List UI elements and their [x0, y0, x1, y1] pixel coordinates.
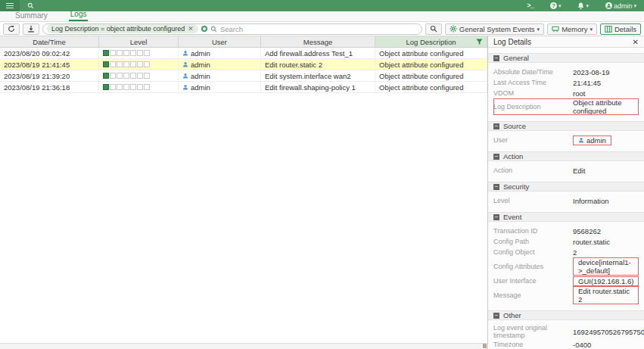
download-button[interactable] [23, 23, 39, 35]
field-log-description: Log Description Object attribute configu… [493, 98, 639, 115]
filter-pill-label: Log Description = object attribute confi… [51, 25, 185, 33]
level-bar [103, 83, 151, 92]
cell-datetime: 2023/08/19 21:36:18 [0, 82, 99, 92]
field-config-path: Config Path router.static [493, 236, 639, 247]
collapse-icon[interactable]: − [493, 184, 499, 190]
section-event: − Event [488, 212, 644, 222]
download-icon [27, 25, 35, 33]
cli-console-button[interactable]: >_ [527, 2, 534, 10]
search-icon [27, 2, 34, 9]
field-user-interface: User Interface GUI(192.168.1.6) [493, 276, 639, 286]
horizontal-scrollbar[interactable] [0, 343, 487, 349]
search-submit-button[interactable] [425, 23, 442, 35]
user-icon [182, 73, 188, 79]
event-type-label: General System Events [459, 25, 535, 33]
field-config-attributes: Config Attributes device[internal1->_def… [493, 257, 639, 276]
user-icon [578, 137, 584, 143]
user-value-annotated: admin [573, 136, 611, 145]
log-source-dropdown[interactable]: Memory ▾ [547, 23, 597, 35]
tab-logs[interactable]: Logs [69, 10, 89, 21]
search-icon [430, 25, 437, 33]
table-row[interactable]: 2023/08/19 21:39:20 admin Edit system.in… [0, 70, 487, 82]
field-log-event-timestamp: Log event original timestamp 16924957052… [493, 324, 639, 339]
field-timezone: Timezone -0400 [493, 339, 639, 349]
user-menu-label: admin [614, 2, 633, 10]
bell-icon [577, 2, 584, 10]
table-row[interactable]: 2023/08/20 09:02:42 admin Add firewall.a… [0, 48, 487, 59]
chevron-down-icon: ▾ [537, 26, 540, 32]
table-row[interactable]: 2023/08/19 21:36:18 admin Edit firewall.… [0, 82, 487, 93]
tab-summary[interactable]: Summary [14, 11, 49, 21]
chevron-down-icon: ▾ [633, 3, 636, 8]
details-toggle-button[interactable]: Details [600, 23, 641, 35]
section-action: − Action [488, 151, 644, 161]
log-toolbar: Log Description = object attribute confi… [0, 22, 644, 36]
user-icon [182, 50, 188, 56]
global-search-button[interactable] [27, 2, 34, 9]
message-annotated: Edit router.static 2 [573, 286, 639, 304]
main-content: Date/Time Level User Message Log Descrip… [0, 36, 644, 349]
cell-level [99, 82, 179, 92]
collapse-icon[interactable]: − [493, 123, 499, 129]
remove-filter-icon[interactable]: ✕ [188, 25, 194, 33]
filter-funnel-icon[interactable] [476, 39, 483, 45]
close-icon[interactable]: ✕ [633, 38, 639, 46]
table-header-row: Date/Time Level User Message Log Descrip… [0, 36, 487, 48]
level-bar [103, 49, 151, 58]
table-row-selected[interactable]: 2023/08/19 21:41:45 admin Edit router.st… [0, 59, 487, 70]
top-navigation-bar: >_ ?▾ ▾ admin ▾ [0, 0, 644, 11]
tab-bar: Summary Logs [0, 11, 644, 22]
section-other: − Other [488, 310, 644, 320]
cell-user: admin [179, 59, 261, 70]
cell-log-description: Object attribute configured [375, 82, 487, 92]
config-attributes-annotated: device[internal1->_default] [573, 257, 639, 276]
cell-log-description: Object attribute configured [375, 48, 487, 58]
field-user: User admin [493, 135, 639, 145]
cell-message: Edit firewall.shaping-policy 1 [261, 82, 375, 92]
fortigate-log-viewer: >_ ?▾ ▾ admin ▾ Summary Logs Log Desc [0, 0, 644, 349]
column-header-log-description[interactable]: Log Description [375, 36, 487, 47]
cell-log-description: Object attribute configured [375, 59, 487, 70]
panel-title: Log Details [493, 38, 633, 46]
notifications-menu[interactable]: ▾ [577, 2, 589, 10]
details-columns-icon [605, 26, 612, 33]
user-interface-annotated: GUI(192.168.1.6) [573, 276, 639, 286]
cell-message: Edit router.static 2 [261, 59, 375, 70]
cell-datetime: 2023/08/20 09:02:42 [0, 48, 99, 58]
column-header-message[interactable]: Message [261, 36, 375, 47]
hamburger-menu-button[interactable] [0, 0, 20, 11]
field-action: Action Edit [493, 165, 639, 176]
cell-log-description: Object attribute configured [375, 70, 487, 81]
cell-user: admin [179, 70, 261, 81]
search-input[interactable]: Log Description = object attribute confi… [42, 23, 422, 35]
log-table: Date/Time Level User Message Log Descrip… [0, 36, 488, 349]
help-menu[interactable]: ?▾ [550, 2, 562, 9]
collapse-icon[interactable]: − [493, 313, 499, 319]
details-toggle-label: Details [614, 25, 636, 33]
event-type-dropdown[interactable]: General System Events ▾ [445, 23, 544, 35]
collapse-icon[interactable]: − [493, 55, 499, 61]
filter-pill[interactable]: Log Description = object attribute confi… [47, 24, 198, 33]
hamburger-icon [6, 3, 14, 8]
field-config-object: Config Object 2 [493, 247, 639, 257]
collapse-icon[interactable]: − [493, 154, 499, 160]
collapse-icon[interactable]: − [493, 214, 499, 220]
user-menu[interactable]: admin ▾ [605, 2, 636, 10]
avatar [605, 2, 612, 9]
section-source: − Source [488, 121, 644, 131]
scrollbar-grip[interactable] [483, 344, 487, 348]
cell-message: Edit system.interface wan2 [261, 70, 375, 81]
add-filter-icon[interactable] [201, 26, 207, 32]
cell-level [99, 48, 179, 58]
column-header-user[interactable]: User [179, 36, 261, 47]
section-security: − Security [488, 182, 644, 192]
memory-icon [552, 26, 559, 33]
column-header-datetime[interactable]: Date/Time [0, 36, 99, 47]
refresh-button[interactable] [3, 23, 20, 35]
cell-level [99, 70, 179, 81]
column-header-level[interactable]: Level [99, 36, 179, 47]
field-transaction-id: Transaction ID 9568262 [493, 226, 639, 236]
chevron-down-icon: ▾ [558, 3, 562, 8]
field-last-access-time: Last Access Time 21:41:45 [493, 77, 639, 88]
cell-user: admin [179, 82, 261, 92]
